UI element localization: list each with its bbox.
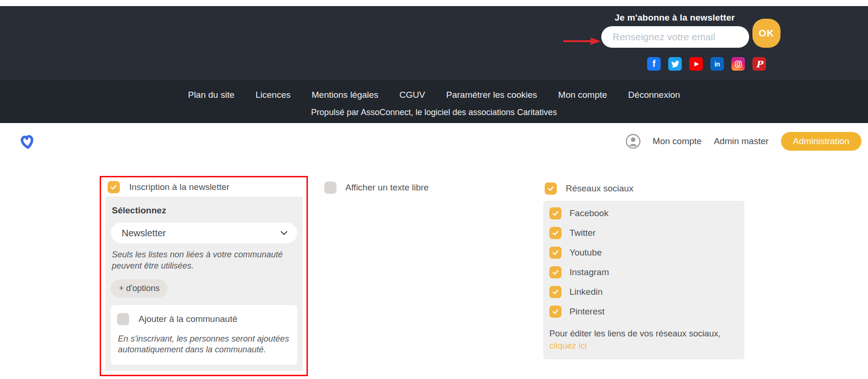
twitter-bird-glyph xyxy=(671,60,679,68)
youtube-label: Youtube xyxy=(569,248,602,258)
check-icon xyxy=(552,308,559,315)
instagram-checkbox[interactable] xyxy=(549,266,562,278)
social-checkbox-row: Réseaux sociaux xyxy=(545,182,744,195)
network-row-linkedin: Linkedin xyxy=(549,286,737,298)
facebook-label: Facebook xyxy=(569,208,608,219)
social-networks-panel: Facebook Twitter Youtube Instagram Linke… xyxy=(543,201,744,359)
admin-user-name[interactable]: Admin master xyxy=(714,136,768,146)
network-row-pinterest: Pinterest xyxy=(549,306,737,318)
nav-link-plan-du-site[interactable]: Plan du site xyxy=(188,90,234,100)
pinterest-checkbox[interactable] xyxy=(549,306,562,318)
pinterest-label: Pinterest xyxy=(569,306,605,317)
network-row-youtube: Youtube xyxy=(549,247,737,259)
linkedin-checkbox[interactable] xyxy=(549,286,562,298)
network-row-instagram: Instagram xyxy=(549,266,737,278)
facebook-glyph: f xyxy=(652,58,656,69)
social-settings-block: Réseaux sociaux Facebook Twitter Youtube… xyxy=(543,182,744,359)
social-checkbox-label: Réseaux sociaux xyxy=(566,183,634,194)
select-help-text: Seuls les listes non liées à votre commu… xyxy=(112,249,296,272)
admin-bar: Mon compte Admin master Administration xyxy=(0,123,868,159)
admin-bar-right-group: Mon compte Admin master Administration xyxy=(626,123,861,159)
newsletter-ok-button[interactable]: OK xyxy=(752,19,780,48)
site-header: Je m'abonne à la newsletter OK f in P xyxy=(0,6,868,80)
community-checkbox[interactable] xyxy=(117,313,129,325)
community-card: Ajouter à la communauté En s'inscrivant,… xyxy=(111,305,297,365)
newsletter-list-select[interactable]: Newsletter xyxy=(111,223,297,243)
newsletter-email-input[interactable] xyxy=(601,26,749,48)
footer-navigation: Plan du site Licences Mentions légales C… xyxy=(0,80,868,123)
check-icon xyxy=(547,185,554,192)
linkedin-label: Linkedin xyxy=(569,287,603,297)
annotation-arrow xyxy=(562,37,601,45)
twitter-icon[interactable] xyxy=(668,57,682,71)
twitter-checkbox[interactable] xyxy=(549,227,562,239)
nav-link-deconnexion[interactable]: Déconnexion xyxy=(628,90,680,100)
nav-link-licences[interactable]: Licences xyxy=(255,90,291,100)
free-text-checkbox-label: Afficher un texte libre xyxy=(345,182,429,193)
newsletter-checkbox[interactable] xyxy=(108,181,120,193)
linkedin-glyph: in xyxy=(715,60,720,68)
account-link[interactable]: Mon compte xyxy=(653,136,702,146)
network-row-facebook: Facebook xyxy=(549,207,737,219)
youtube-play-glyph xyxy=(693,61,700,67)
chevron-down-icon xyxy=(280,231,288,235)
select-list-label: Sélectionnez xyxy=(112,205,297,216)
administration-button[interactable]: Administration xyxy=(781,132,861,151)
more-options-button[interactable]: + d'options xyxy=(111,279,168,298)
newsletter-options-panel: Sélectionnez Newsletter Seuls les listes… xyxy=(105,197,303,371)
social-edit-text: Pour éditer les liens de vos réseaux soc… xyxy=(549,328,721,338)
social-edit-link[interactable]: cliquez ici xyxy=(549,341,587,350)
linkedin-icon[interactable]: in xyxy=(710,57,724,71)
community-checkbox-row: Ajouter à la communauté xyxy=(117,313,291,325)
twitter-label: Twitter xyxy=(569,228,596,238)
community-checkbox-label: Ajouter à la communauté xyxy=(139,314,237,324)
newsletter-checkbox-row: Inscription à la newsletter xyxy=(101,177,306,197)
check-icon xyxy=(110,183,117,191)
check-icon xyxy=(552,288,559,296)
nav-link-mentions-legales[interactable]: Mentions légales xyxy=(312,90,379,100)
check-icon xyxy=(552,269,559,276)
network-row-twitter: Twitter xyxy=(549,227,737,239)
instagram-camera-glyph xyxy=(734,60,743,68)
assoconnect-logo[interactable] xyxy=(18,131,36,151)
free-text-settings-block: Afficher un texte libre xyxy=(324,182,429,194)
user-avatar-icon[interactable] xyxy=(626,134,641,149)
pinterest-icon[interactable]: P xyxy=(752,57,766,71)
social-checkbox[interactable] xyxy=(545,182,557,195)
footer-links: Plan du site Licences Mentions légales C… xyxy=(0,80,868,100)
free-text-checkbox[interactable] xyxy=(324,182,336,194)
facebook-icon[interactable]: f xyxy=(647,57,661,71)
check-icon xyxy=(552,229,559,237)
nav-link-cguv[interactable]: CGUV xyxy=(400,90,425,100)
header-social-icons: f in P xyxy=(647,57,766,71)
powered-by-text: Propulsé par AssoConnect, le logiciel de… xyxy=(0,108,868,117)
check-icon xyxy=(552,210,559,217)
facebook-checkbox[interactable] xyxy=(549,207,562,219)
youtube-checkbox[interactable] xyxy=(549,247,562,259)
nav-link-mon-compte[interactable]: Mon compte xyxy=(558,90,607,100)
social-edit-hint: Pour éditer les liens de vos réseaux soc… xyxy=(549,328,737,351)
instagram-icon[interactable] xyxy=(731,57,745,71)
check-icon xyxy=(552,249,559,256)
newsletter-checkbox-label: Inscription à la newsletter xyxy=(129,182,229,192)
nav-link-cookies[interactable]: Paramétrer les cookies xyxy=(446,90,537,100)
instagram-label: Instagram xyxy=(569,267,609,277)
pinterest-glyph: P xyxy=(756,59,762,69)
youtube-icon[interactable] xyxy=(689,57,703,71)
newsletter-signup-title: Je m'abonne à la newsletter xyxy=(599,13,751,23)
selected-list-value: Newsletter xyxy=(122,228,166,239)
newsletter-settings-block: Inscription à la newsletter Sélectionnez… xyxy=(100,176,308,376)
community-help-text: En s'inscrivant, les personnes seront aj… xyxy=(118,334,290,356)
top-white-strip xyxy=(0,0,868,6)
